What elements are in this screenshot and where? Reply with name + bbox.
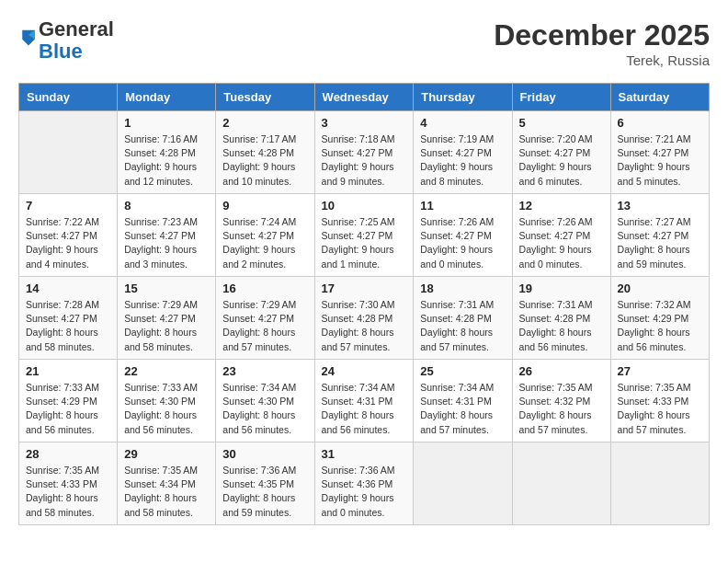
calendar-header-row: SundayMondayTuesdayWednesdayThursdayFrid… xyxy=(19,84,710,111)
calendar-cell: 8Sunrise: 7:23 AM Sunset: 4:27 PM Daylig… xyxy=(118,194,216,277)
day-detail: Sunrise: 7:27 AM Sunset: 4:27 PM Dayligh… xyxy=(618,215,702,271)
calendar-cell: 13Sunrise: 7:27 AM Sunset: 4:27 PM Dayli… xyxy=(610,194,709,277)
calendar-header-friday: Friday xyxy=(512,84,610,111)
day-detail: Sunrise: 7:31 AM Sunset: 4:28 PM Dayligh… xyxy=(519,298,604,354)
calendar-cell xyxy=(19,111,118,194)
day-detail: Sunrise: 7:34 AM Sunset: 4:30 PM Dayligh… xyxy=(222,381,307,437)
calendar-cell: 26Sunrise: 7:35 AM Sunset: 4:32 PM Dayli… xyxy=(512,360,610,442)
day-number: 9 xyxy=(222,199,307,213)
logo: General Blue xyxy=(18,18,114,63)
calendar-cell: 1Sunrise: 7:16 AM Sunset: 4:28 PM Daylig… xyxy=(118,111,216,194)
calendar-cell: 15Sunrise: 7:29 AM Sunset: 4:27 PM Dayli… xyxy=(118,277,216,360)
day-detail: Sunrise: 7:34 AM Sunset: 4:31 PM Dayligh… xyxy=(420,381,505,437)
title-block: December 2025 Terek, Russia xyxy=(494,18,710,68)
calendar-header-sunday: Sunday xyxy=(19,84,118,111)
calendar-header-thursday: Thursday xyxy=(414,84,512,111)
day-number: 6 xyxy=(618,116,702,130)
day-detail: Sunrise: 7:16 AM Sunset: 4:28 PM Dayligh… xyxy=(124,132,209,189)
calendar-cell: 21Sunrise: 7:33 AM Sunset: 4:29 PM Dayli… xyxy=(19,360,118,442)
page-header: General Blue December 2025 Terek, Russia xyxy=(18,18,710,68)
calendar-cell: 27Sunrise: 7:35 AM Sunset: 4:33 PM Dayli… xyxy=(610,360,709,442)
day-number: 24 xyxy=(322,364,407,378)
calendar-cell: 2Sunrise: 7:17 AM Sunset: 4:28 PM Daylig… xyxy=(216,111,314,194)
day-number: 16 xyxy=(222,282,307,295)
day-detail: Sunrise: 7:31 AM Sunset: 4:28 PM Dayligh… xyxy=(420,298,505,354)
day-number: 28 xyxy=(26,447,110,461)
day-number: 13 xyxy=(618,199,702,213)
day-detail: Sunrise: 7:25 AM Sunset: 4:27 PM Dayligh… xyxy=(322,215,407,271)
calendar-week-2: 7Sunrise: 7:22 AM Sunset: 4:27 PM Daylig… xyxy=(19,194,710,277)
day-number: 19 xyxy=(519,282,604,295)
day-detail: Sunrise: 7:34 AM Sunset: 4:31 PM Dayligh… xyxy=(322,381,407,437)
day-detail: Sunrise: 7:32 AM Sunset: 4:29 PM Dayligh… xyxy=(618,298,702,354)
calendar-cell: 12Sunrise: 7:26 AM Sunset: 4:27 PM Dayli… xyxy=(512,194,610,277)
calendar-cell: 19Sunrise: 7:31 AM Sunset: 4:28 PM Dayli… xyxy=(512,277,610,360)
day-number: 15 xyxy=(124,282,209,295)
day-number: 11 xyxy=(420,199,505,213)
day-detail: Sunrise: 7:33 AM Sunset: 4:30 PM Dayligh… xyxy=(124,381,209,437)
calendar-cell xyxy=(610,442,709,525)
calendar-cell: 6Sunrise: 7:21 AM Sunset: 4:27 PM Daylig… xyxy=(610,111,709,194)
calendar-cell: 16Sunrise: 7:29 AM Sunset: 4:27 PM Dayli… xyxy=(216,277,314,360)
day-detail: Sunrise: 7:35 AM Sunset: 4:33 PM Dayligh… xyxy=(26,464,110,520)
calendar-cell: 29Sunrise: 7:35 AM Sunset: 4:34 PM Dayli… xyxy=(118,442,216,525)
day-number: 8 xyxy=(124,199,209,213)
day-detail: Sunrise: 7:26 AM Sunset: 4:27 PM Dayligh… xyxy=(519,215,604,271)
calendar-week-1: 1Sunrise: 7:16 AM Sunset: 4:28 PM Daylig… xyxy=(19,111,710,194)
calendar-cell: 22Sunrise: 7:33 AM Sunset: 4:30 PM Dayli… xyxy=(118,360,216,442)
day-detail: Sunrise: 7:17 AM Sunset: 4:28 PM Dayligh… xyxy=(222,132,307,189)
day-number: 2 xyxy=(222,116,307,130)
calendar-table: SundayMondayTuesdayWednesdayThursdayFrid… xyxy=(18,83,710,525)
calendar-header-saturday: Saturday xyxy=(610,84,709,111)
calendar-cell: 5Sunrise: 7:20 AM Sunset: 4:27 PM Daylig… xyxy=(512,111,610,194)
calendar-cell: 11Sunrise: 7:26 AM Sunset: 4:27 PM Dayli… xyxy=(414,194,512,277)
day-detail: Sunrise: 7:22 AM Sunset: 4:27 PM Dayligh… xyxy=(26,215,110,271)
day-detail: Sunrise: 7:18 AM Sunset: 4:27 PM Dayligh… xyxy=(322,132,407,189)
day-number: 31 xyxy=(322,447,407,461)
day-detail: Sunrise: 7:19 AM Sunset: 4:27 PM Dayligh… xyxy=(420,132,505,189)
calendar-week-4: 21Sunrise: 7:33 AM Sunset: 4:29 PM Dayli… xyxy=(19,360,710,442)
calendar-cell: 28Sunrise: 7:35 AM Sunset: 4:33 PM Dayli… xyxy=(19,442,118,525)
calendar-cell: 9Sunrise: 7:24 AM Sunset: 4:27 PM Daylig… xyxy=(216,194,314,277)
calendar-cell: 20Sunrise: 7:32 AM Sunset: 4:29 PM Dayli… xyxy=(610,277,709,360)
day-detail: Sunrise: 7:30 AM Sunset: 4:28 PM Dayligh… xyxy=(322,298,407,354)
logo-icon xyxy=(20,29,37,49)
day-detail: Sunrise: 7:26 AM Sunset: 4:27 PM Dayligh… xyxy=(420,215,505,271)
day-number: 18 xyxy=(420,282,505,295)
day-detail: Sunrise: 7:36 AM Sunset: 4:36 PM Dayligh… xyxy=(322,464,407,520)
logo-blue-text: Blue xyxy=(39,40,83,63)
day-number: 23 xyxy=(222,364,307,378)
calendar-cell: 30Sunrise: 7:36 AM Sunset: 4:35 PM Dayli… xyxy=(216,442,314,525)
day-number: 1 xyxy=(124,116,209,130)
day-number: 3 xyxy=(322,116,407,130)
day-detail: Sunrise: 7:35 AM Sunset: 4:34 PM Dayligh… xyxy=(124,464,209,520)
day-detail: Sunrise: 7:20 AM Sunset: 4:27 PM Dayligh… xyxy=(519,132,604,189)
day-detail: Sunrise: 7:28 AM Sunset: 4:27 PM Dayligh… xyxy=(26,298,110,354)
calendar-cell: 25Sunrise: 7:34 AM Sunset: 4:31 PM Dayli… xyxy=(414,360,512,442)
day-number: 4 xyxy=(420,116,505,130)
calendar-cell: 3Sunrise: 7:18 AM Sunset: 4:27 PM Daylig… xyxy=(314,111,414,194)
calendar-body: 1Sunrise: 7:16 AM Sunset: 4:28 PM Daylig… xyxy=(19,111,710,525)
day-number: 10 xyxy=(322,199,407,213)
day-detail: Sunrise: 7:24 AM Sunset: 4:27 PM Dayligh… xyxy=(222,215,307,271)
day-number: 30 xyxy=(222,447,307,461)
calendar-cell xyxy=(414,442,512,525)
day-number: 29 xyxy=(124,447,209,461)
calendar-cell: 10Sunrise: 7:25 AM Sunset: 4:27 PM Dayli… xyxy=(314,194,414,277)
day-detail: Sunrise: 7:29 AM Sunset: 4:27 PM Dayligh… xyxy=(222,298,307,354)
day-number: 20 xyxy=(618,282,702,295)
calendar-cell: 17Sunrise: 7:30 AM Sunset: 4:28 PM Dayli… xyxy=(314,277,414,360)
logo-general-text: General xyxy=(39,17,114,40)
day-detail: Sunrise: 7:23 AM Sunset: 4:27 PM Dayligh… xyxy=(124,215,209,271)
day-number: 17 xyxy=(322,282,407,295)
calendar-header-tuesday: Tuesday xyxy=(216,84,314,111)
calendar-cell: 31Sunrise: 7:36 AM Sunset: 4:36 PM Dayli… xyxy=(314,442,414,525)
calendar-cell: 14Sunrise: 7:28 AM Sunset: 4:27 PM Dayli… xyxy=(19,277,118,360)
day-detail: Sunrise: 7:33 AM Sunset: 4:29 PM Dayligh… xyxy=(26,381,110,437)
day-detail: Sunrise: 7:29 AM Sunset: 4:27 PM Dayligh… xyxy=(124,298,209,354)
calendar-header-monday: Monday xyxy=(118,84,216,111)
calendar-week-5: 28Sunrise: 7:35 AM Sunset: 4:33 PM Dayli… xyxy=(19,442,710,525)
day-number: 25 xyxy=(420,364,505,378)
month-title: December 2025 xyxy=(494,18,710,52)
calendar-cell: 18Sunrise: 7:31 AM Sunset: 4:28 PM Dayli… xyxy=(414,277,512,360)
